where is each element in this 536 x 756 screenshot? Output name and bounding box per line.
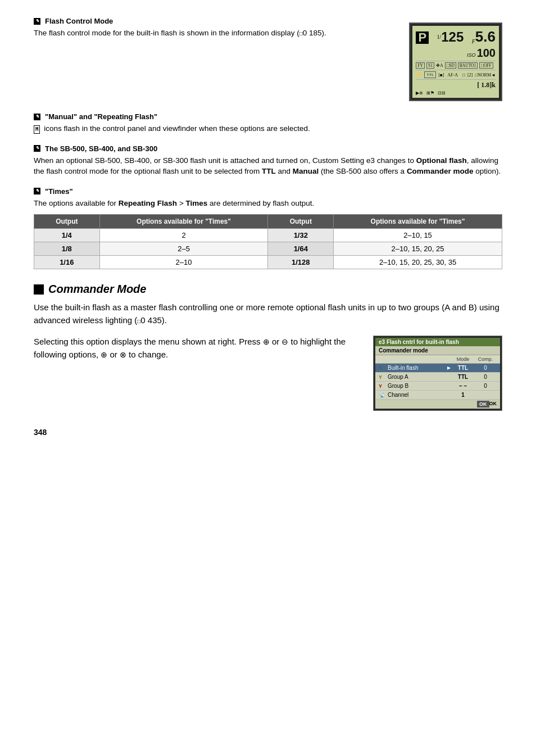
out1-2: 1/8 bbox=[34, 242, 100, 256]
cam-norm: □NORM◄ bbox=[475, 73, 496, 78]
opt1-2: 2–5 bbox=[99, 242, 268, 256]
menu-comp-groupb: 0 bbox=[474, 383, 497, 389]
menu-icon-channel: 📡 bbox=[379, 392, 388, 398]
cmd-or-2: or bbox=[107, 350, 120, 359]
menu-label-groupa: Group A bbox=[388, 374, 451, 380]
menu-row-builtin: ✎ Built-in flash ▶ TTL 0 bbox=[375, 364, 500, 373]
sb-note-section: ✎ The SB-500, SB-400, and SB-300 When an… bbox=[34, 144, 502, 177]
cam-aperture-num: 5.6 bbox=[475, 28, 496, 45]
times-bold-1: Repeating Flash bbox=[119, 199, 177, 207]
cam-tag-auto: BAUTO1 bbox=[458, 62, 478, 69]
table-row: 1/4 2 1/32 2–10, 15 bbox=[34, 229, 502, 242]
times-table-body: 1/4 2 1/32 2–10, 15 1/8 2–5 1/64 2–10, 1… bbox=[34, 229, 502, 269]
commander-heading: Commander Mode bbox=[34, 283, 502, 296]
sb-body-4: (the SB-500 also offers a bbox=[319, 167, 407, 175]
th-output-1: Output bbox=[34, 215, 100, 229]
commander-icon bbox=[34, 284, 44, 295]
note-icon-3: ✎ bbox=[34, 145, 40, 152]
cam-tag-off: □OFF bbox=[479, 62, 493, 69]
cam-iso-label: ISO bbox=[467, 52, 476, 58]
sb-bold-2: TTL bbox=[262, 167, 276, 175]
th-output-2: Output bbox=[268, 215, 334, 229]
opt1-1: 2 bbox=[99, 229, 268, 242]
menu-header-row: Mode Comp. bbox=[375, 355, 500, 364]
manual-repeating-body: M icons flash in the control panel and v… bbox=[34, 123, 502, 134]
cam-value: [ 1.8]k bbox=[477, 81, 496, 89]
menu-label-channel: Channel bbox=[388, 392, 451, 398]
cam-mode-box: [■] bbox=[438, 73, 444, 78]
sb-body-3: and bbox=[276, 167, 293, 175]
sb-bold-4: Commander mode bbox=[407, 167, 474, 175]
out1-3: 1/16 bbox=[34, 256, 100, 269]
times-table: Output Options available for "Times" Out… bbox=[34, 214, 502, 269]
cam-row-4: ⚡ TTL [■] AF-A □ [2] □NORM◄ bbox=[416, 70, 496, 78]
menu-mode-groupb: – – bbox=[452, 383, 474, 389]
out2-1: 1/32 bbox=[268, 229, 334, 242]
times-title: ✎ "Times" bbox=[34, 187, 502, 196]
menu-inner: e3 Flash cntrl for built-in flash Comman… bbox=[375, 338, 500, 409]
menu-comp-builtin: 0 bbox=[474, 365, 497, 371]
cam-box2: [2] bbox=[467, 73, 473, 78]
menu-comp-groupa: 0 bbox=[474, 374, 497, 380]
cam-label-a: ✤A bbox=[436, 63, 443, 68]
th-options-2: Options available for "Times" bbox=[334, 215, 502, 229]
note-icon-4: ✎ bbox=[34, 188, 40, 194]
cam-row-2: ISO 100 bbox=[416, 47, 496, 60]
m-icon: M bbox=[34, 125, 40, 134]
menu-ok-btn: OK bbox=[477, 401, 489, 408]
menu-label-groupb: Group B bbox=[388, 383, 451, 389]
menu-row-groupb: Y Group B – – 0 bbox=[375, 382, 500, 391]
cam-tag-sd: □SD bbox=[445, 62, 456, 69]
cmd-circle-up: ⊕ bbox=[263, 337, 270, 346]
out1-1: 1/4 bbox=[34, 229, 100, 242]
sb-note-body: When an optional SB-500, SB-400, or SB-3… bbox=[34, 155, 502, 177]
cam-tag-s1: S1 bbox=[426, 62, 434, 69]
menu-row-groupa: Y Group A TTL 0 bbox=[375, 373, 500, 382]
menu-screenshot: e3 Flash cntrl for built-in flash Comman… bbox=[373, 336, 502, 411]
camera-display: P 1/125 F5.6 ISO 100 FY S1 bbox=[409, 22, 502, 101]
menu-icon-pencil: ✎ bbox=[379, 365, 388, 371]
flash-control-section: ✎ Flash Control Mode The flash control m… bbox=[34, 17, 502, 101]
cam-tag-fy: FY bbox=[416, 62, 425, 69]
cmd-circle-down: ⊖ bbox=[281, 337, 288, 346]
cam-icons-bottom: ▶⊛ ⊞⚑ ⊡⊟ bbox=[416, 90, 446, 96]
commander-lower: Selecting this option displays the menu … bbox=[34, 336, 502, 411]
page-number: 348 bbox=[34, 428, 502, 437]
col-label-header bbox=[379, 356, 452, 362]
cam-row-4b: [ 1.8]k bbox=[416, 79, 496, 89]
flash-control-title: ✎ Flash Control Mode bbox=[34, 17, 398, 25]
flash-control-text: ✎ Flash Control Mode The flash control m… bbox=[34, 17, 398, 39]
cmd-circle-right: ⊗ bbox=[120, 350, 126, 359]
menu-label-builtin: Built-in flash bbox=[388, 365, 447, 371]
cam-row-5: ▶⊛ ⊞⚑ ⊡⊟ bbox=[416, 90, 496, 96]
opt2-2: 2–10, 15, 20, 25 bbox=[334, 242, 502, 256]
table-row: 1/16 2–10 1/128 2–10, 15, 20, 25, 30, 35 bbox=[34, 256, 502, 269]
sb-body-1: When an optional SB-500, SB-400, or SB-3… bbox=[34, 156, 416, 165]
col-comp-header: Comp. bbox=[474, 356, 497, 362]
cmd-circle-left: ⊕ bbox=[101, 350, 107, 359]
manual-repeating-title: ✎ "Manual" and "Repeating Flash" bbox=[34, 112, 502, 121]
cam-shutter: 1/125 bbox=[437, 29, 464, 45]
cmd-text-1: Selecting this option displays the menu … bbox=[34, 337, 263, 346]
cmd-or-1: or bbox=[270, 337, 282, 346]
menu-title-bar: e3 Flash cntrl for built-in flash bbox=[375, 338, 500, 346]
opt2-3: 2–10, 15, 20, 25, 30, 35 bbox=[334, 256, 502, 269]
sb-bold-1: Optional flash bbox=[416, 156, 467, 165]
cam-row-1: P 1/125 F5.6 bbox=[416, 28, 496, 46]
menu-mode-channel: 1 bbox=[452, 392, 474, 398]
cam-shutter-num: 125 bbox=[441, 29, 464, 44]
times-section: ✎ "Times" The options available for Repe… bbox=[34, 187, 502, 270]
times-body: The options available for Repeating Flas… bbox=[34, 198, 502, 209]
note-icon: ✎ bbox=[34, 18, 40, 25]
commander-body-1: Use the built-in flash as a master flash… bbox=[34, 301, 502, 327]
commander-lower-text: Selecting this option displays the menu … bbox=[34, 336, 362, 370]
menu-ok-bar: OKOK bbox=[375, 400, 500, 409]
opt2-1: 2–10, 15 bbox=[334, 229, 502, 242]
sb-body-5: option). bbox=[473, 167, 501, 175]
th-options-1: Options available for "Times" bbox=[99, 215, 268, 229]
cam-iso-num: 100 bbox=[477, 47, 496, 60]
cam-ttl: TTL bbox=[424, 71, 436, 78]
sb-note-title: ✎ The SB-500, SB-400, and SB-300 bbox=[34, 144, 502, 153]
menu-icon-groupa: Y bbox=[379, 374, 388, 380]
menu-mode-builtin: TTL bbox=[452, 365, 474, 371]
